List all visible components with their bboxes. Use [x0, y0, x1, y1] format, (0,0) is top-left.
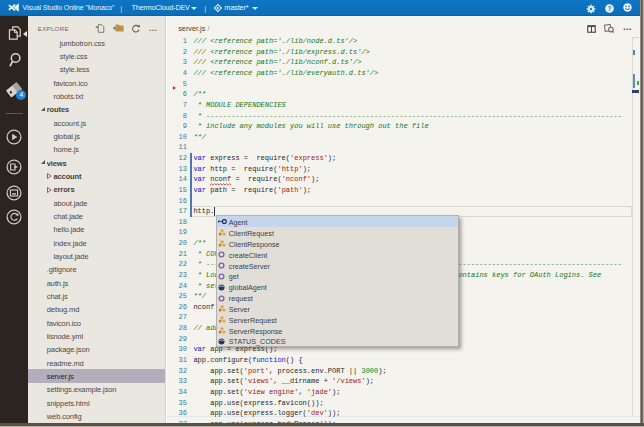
- svg-text:?: ?: [607, 5, 611, 12]
